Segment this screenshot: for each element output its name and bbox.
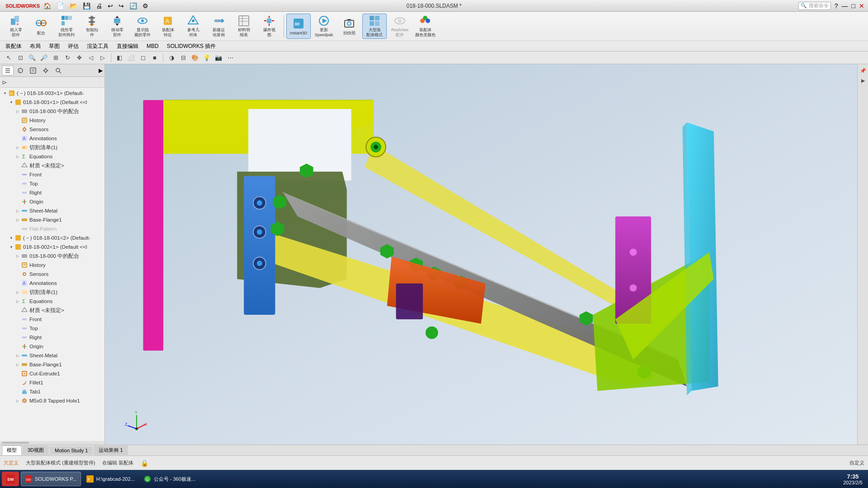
material-bom-button[interactable]: 材料明细表	[232, 14, 256, 39]
arrow-tool-button[interactable]: ↖	[4, 53, 14, 63]
new-motion-button[interactable]: 新建运动算例	[206, 14, 231, 39]
minimize-button[interactable]: —	[842, 2, 848, 9]
tree-expand-m5hole1[interactable]: ▷	[14, 398, 21, 404]
large-asm-button[interactable]: 大型装配体模式	[362, 14, 387, 39]
tab-model[interactable]: 模型	[2, 445, 22, 455]
zoom-area-button[interactable]: ⊞	[51, 53, 61, 63]
appearances-button[interactable]: 装配体颜色变颜色	[413, 14, 437, 39]
tree-scroll-thumb[interactable]	[0, 441, 104, 445]
menu-sw-plugins[interactable]: SOLIDWORKS 插件	[163, 42, 220, 51]
menu-mbd[interactable]: MBD	[143, 42, 162, 50]
print-icon[interactable]: 🖨	[96, 2, 102, 9]
search-tab[interactable]	[52, 66, 64, 76]
tree-item-fillet1[interactable]: ▷ Fillet1	[0, 378, 104, 387]
tree-item-origin2[interactable]: ▷ Origin	[0, 342, 104, 351]
menu-sketch[interactable]: 草图	[45, 42, 63, 51]
tab-motion-example-1[interactable]: 运动算例 1	[94, 445, 128, 455]
tree-expand-asm002-1[interactable]: ▼	[8, 244, 14, 250]
more-display-button[interactable]: ⋯	[225, 53, 235, 63]
tree-item-front2[interactable]: ▷ Front	[0, 315, 104, 324]
open-icon[interactable]: 📂	[70, 2, 77, 9]
display-solid-button[interactable]: ■	[150, 53, 160, 63]
filter-icon[interactable]: ⊳	[2, 79, 7, 86]
next-view-button[interactable]: ▷	[98, 53, 108, 63]
pan-button[interactable]: ✥	[74, 53, 84, 63]
config-tab[interactable]	[40, 66, 52, 76]
light-button[interactable]: 💡	[202, 53, 212, 63]
tree-expand-eq1[interactable]: ▷	[14, 153, 21, 160]
assembly-features-button[interactable]: A 装配体特征	[156, 14, 180, 39]
tree-item-baseflange2[interactable]: ▷ Base-Flange1	[0, 360, 104, 369]
tree-item-sensors1[interactable]: ▷ Sensors	[0, 125, 104, 134]
menu-direct-edit[interactable]: 直接编辑	[113, 42, 142, 51]
tree-item-right2[interactable]: ▷ Right	[0, 333, 104, 342]
prev-view-button[interactable]: ◁	[86, 53, 96, 63]
display-shaded-button[interactable]: ◧	[114, 53, 124, 63]
camera-button[interactable]: 📷	[213, 53, 223, 63]
section-view-button[interactable]: ◑	[166, 53, 176, 63]
menu-assembly[interactable]: 装配体	[2, 42, 25, 51]
view-orientation-button[interactable]: ⊟	[178, 53, 188, 63]
tree-item-mat2[interactable]: ▷ 材质 <未指定>	[0, 306, 104, 315]
tree-item-origin1[interactable]: ▷ Origin	[0, 197, 104, 206]
tree-item-eq1[interactable]: ▷ Σ Equations	[0, 152, 104, 161]
tree-expand-baseflange2[interactable]: ▷	[14, 361, 21, 368]
tree-item-cut2[interactable]: ▷ 切割清单(1)	[0, 288, 104, 297]
right-expand-button[interactable]: ▶	[859, 76, 868, 85]
tree-item-history2[interactable]: ▷ History	[0, 261, 104, 270]
feature-tree-tab[interactable]	[2, 66, 14, 76]
rebuild-icon[interactable]: 🔄	[129, 2, 137, 9]
zoom-out-button[interactable]: 🔎	[39, 53, 49, 63]
save-icon[interactable]: 💾	[83, 2, 90, 9]
right-pin-button[interactable]: 📌	[859, 66, 868, 75]
undo-icon[interactable]: ↩	[108, 2, 113, 9]
options-icon[interactable]: ⚙	[142, 2, 148, 9]
taskbar-sw2019[interactable]: SW SOLIDWORKS P...	[21, 472, 81, 486]
tree-item-annotations2[interactable]: ▷ A Annotations	[0, 279, 104, 288]
rotate-button[interactable]: ↻	[62, 53, 72, 63]
tree-expand-inner2[interactable]: ▷	[14, 253, 21, 259]
tree-item-m5hole1[interactable]: ▷ M5x0.8 Tapped Hole1	[0, 396, 104, 405]
tree-item-inner-mate2[interactable]: ▷ 018-18-000 中的配合	[0, 251, 104, 261]
reference-geo-button[interactable]: 参考几何体	[181, 14, 205, 39]
tree-item-inner-mate1[interactable]: ▷ 018-18-000 中的配合	[0, 107, 104, 116]
tree-item-mat1[interactable]: ▷ 材质 <未指定>	[0, 161, 104, 170]
tree-item-cut1[interactable]: ▷ 切割清单(1)	[0, 143, 104, 152]
menu-render[interactable]: 渲染工具	[83, 42, 112, 51]
color-button[interactable]: 🎨	[190, 53, 200, 63]
tree-item-right1[interactable]: ▷ Right	[0, 188, 104, 197]
smart-fasteners-button[interactable]: 智能扣件	[80, 14, 104, 39]
tree-expand-baseflange1[interactable]: ▷	[14, 217, 21, 223]
show-hidden-button[interactable]: 显示隐藏的零件	[130, 14, 155, 39]
realview-button[interactable]: RealView配件	[388, 14, 412, 39]
tree-expand-sheetmetal1[interactable]: ▷	[14, 208, 21, 214]
tree-item-sheetmetal2[interactable]: ▷ Sheet-Metal	[0, 351, 104, 360]
instant3d-button[interactable]: 3D Instant3D	[286, 14, 311, 39]
display-hidden-button[interactable]: ◻	[138, 53, 148, 63]
status-custom[interactable]: 自定义	[849, 460, 864, 466]
viewport[interactable]: X Y Z	[105, 64, 857, 445]
move-component-button[interactable]: 移动零部件	[105, 14, 129, 39]
zoom-fit-button[interactable]: ⊡	[15, 53, 25, 63]
zoom-in-button[interactable]: 🔍	[27, 53, 37, 63]
tree-expand-inner1[interactable]: ▷	[14, 108, 21, 114]
tree-expand-asm001-1[interactable]: ▼	[8, 99, 14, 105]
tree-item-eq2[interactable]: ▷ Σ Equations	[0, 297, 104, 306]
help-icon[interactable]: ?	[835, 2, 838, 9]
tree-item-cutextrude1[interactable]: ▷ Cut-Extrude1	[0, 369, 104, 378]
new-icon[interactable]: 📄	[57, 2, 64, 9]
tree-item-asm001-2[interactable]: ▼ (－) 018-18-001<2> (Default-	[0, 233, 104, 242]
tree-item-tab1[interactable]: ▷ Tab1	[0, 387, 104, 396]
tree-item-root[interactable]: ▼ A (－) 018-18-003<1> (Default-	[0, 89, 104, 98]
speedpak-button[interactable]: 更新Speedpak	[312, 14, 336, 39]
search-box[interactable]: 🔍 搜索命令	[798, 2, 831, 10]
tree-item-front1[interactable]: ▷ Front	[0, 170, 104, 179]
taskbar-browser[interactable]: G 公众号 - 360极速...	[140, 472, 199, 486]
close-button[interactable]: ✕	[859, 2, 864, 9]
tree-expand-cut1[interactable]: ▷	[14, 144, 21, 151]
tree-expand-cut2[interactable]: ▷	[14, 289, 21, 295]
tree-item-baseflange1[interactable]: ▷ Base-Flange1	[0, 215, 104, 224]
maximize-button[interactable]: □	[852, 2, 855, 9]
snapshot-button[interactable]: 拍快照	[337, 14, 361, 39]
mate-button[interactable]: 配合	[29, 14, 53, 39]
